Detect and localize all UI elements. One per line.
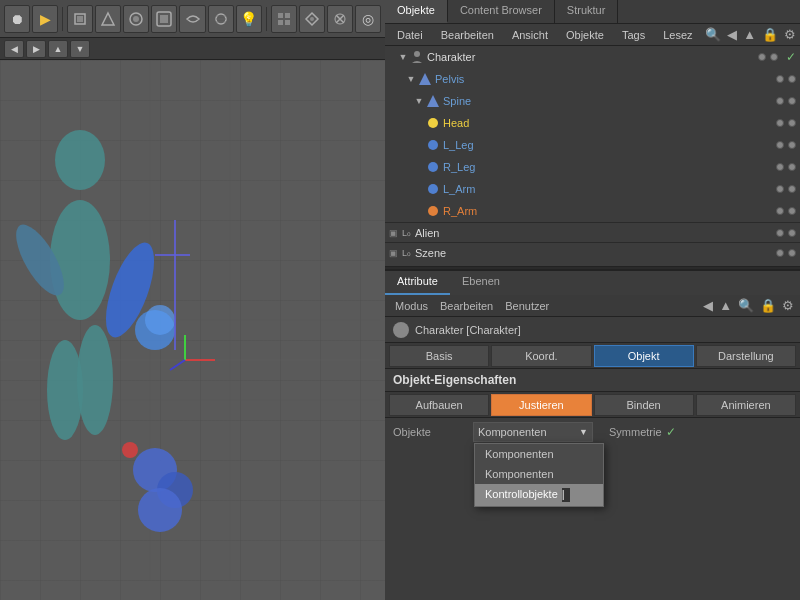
btn-aufbauen[interactable]: Aufbauen	[389, 394, 489, 416]
menu-datei[interactable]: Datei	[389, 27, 431, 43]
attr-benutzer[interactable]: Benutzer	[501, 299, 553, 313]
tab-struktur[interactable]: Struktur	[555, 0, 619, 23]
toolbar-record[interactable]: ⏺	[4, 5, 30, 33]
toolbar-btn-10[interactable]	[327, 5, 353, 33]
expand-pelvis[interactable]: ▼	[405, 73, 417, 85]
tree-dot2-spine	[788, 97, 796, 105]
charakter-icon	[409, 49, 425, 65]
expand-charakter[interactable]: ▼	[397, 51, 409, 63]
svg-point-27	[77, 325, 113, 435]
tree-dot2-charakter	[770, 53, 778, 61]
objekte-label: Objekte	[393, 426, 473, 438]
search-icon[interactable]: 🔍	[705, 27, 721, 42]
tree-item-r-arm[interactable]: R_Arm	[385, 200, 800, 222]
tab-ebenen[interactable]: Ebenen	[450, 271, 512, 295]
attr-arrow-left-icon[interactable]: ◀	[703, 298, 713, 313]
toolbar-btn-11[interactable]: ◎	[355, 5, 381, 33]
nav-right[interactable]: ▶	[26, 40, 46, 58]
pelvis-icon	[417, 71, 433, 87]
toolbar-btn-4[interactable]	[151, 5, 177, 33]
toolbar-btn-3[interactable]	[123, 5, 149, 33]
attr-lock-icon[interactable]: 🔒	[760, 298, 776, 313]
svg-point-37	[414, 51, 420, 57]
lock-icon[interactable]: 🔒	[762, 27, 778, 42]
dropdown-item-komponenten-1[interactable]: Komponenten	[475, 444, 603, 464]
toolbar-btn-7[interactable]: 💡	[236, 5, 262, 33]
attr-settings-icon[interactable]: ⚙	[782, 298, 794, 313]
object-menu-bar: Datei Bearbeiten Ansicht Objekte Tags Le…	[385, 24, 800, 46]
toolbar-btn-1[interactable]	[67, 5, 93, 33]
arrow-up-icon[interactable]: ▲	[743, 27, 756, 42]
menu-objekte[interactable]: Objekte	[558, 27, 612, 43]
menu-lesez[interactable]: Lesez	[655, 27, 700, 43]
viewport[interactable]	[0, 60, 385, 600]
head-icon	[425, 115, 441, 131]
toolbar-play[interactable]: ▶	[32, 5, 58, 33]
btn-objekt[interactable]: Objekt	[594, 345, 694, 367]
attr-arrow-up-icon[interactable]: ▲	[719, 298, 732, 313]
toolbar-btn-5[interactable]	[179, 5, 205, 33]
btn-animieren[interactable]: Animieren	[696, 394, 796, 416]
svg-marker-39	[427, 95, 439, 107]
settings-icon[interactable]: ⚙	[784, 27, 796, 42]
dropdown-menu[interactable]: Komponenten Komponenten Kontrollobjekte|	[474, 443, 604, 507]
dropdown-item-kontrollobjekte[interactable]: Kontrollobjekte|	[475, 484, 603, 506]
dropdown-item-komponenten-2[interactable]: Komponenten	[475, 464, 603, 484]
panel-tabs: Objekte Content Browser Struktur	[385, 0, 800, 24]
arrow-left-icon[interactable]: ◀	[727, 27, 737, 42]
tree-item-head[interactable]: Head	[385, 112, 800, 134]
tree-item-r-leg[interactable]: R_Leg	[385, 156, 800, 178]
menu-bearbeiten[interactable]: Bearbeiten	[433, 27, 502, 43]
svg-marker-38	[419, 73, 431, 85]
toolbar-btn-8[interactable]	[271, 5, 297, 33]
tab-objekte[interactable]: Objekte	[385, 0, 448, 23]
attr-modus[interactable]: Modus	[391, 299, 432, 313]
tree-dot-spine	[776, 97, 784, 105]
attr-search-icon[interactable]: 🔍	[738, 298, 754, 313]
tab-content-browser[interactable]: Content Browser	[448, 0, 555, 23]
tree-dot-r-leg	[776, 163, 784, 171]
menu-tags[interactable]: Tags	[614, 27, 653, 43]
tree-item-l-leg[interactable]: L_Leg	[385, 134, 800, 156]
toolbar-btn-2[interactable]	[95, 5, 121, 33]
tree-dot2-alien	[788, 229, 796, 237]
tree-dot-r-arm	[776, 207, 784, 215]
attr-mode-buttons: Basis Koord. Objekt Darstellung	[385, 343, 800, 369]
r-leg-icon	[425, 159, 441, 175]
svg-point-33	[138, 488, 182, 532]
tree-dot2-r-leg	[788, 163, 796, 171]
tree-dot-szene	[776, 249, 784, 257]
tree-right-r-leg	[776, 163, 796, 171]
nav-left[interactable]: ◀	[4, 40, 24, 58]
tree-item-spine[interactable]: ▼ Spine	[385, 90, 800, 112]
menu-ansicht[interactable]: Ansicht	[504, 27, 556, 43]
btn-binden[interactable]: Binden	[594, 394, 694, 416]
tree-dot2-l-arm	[788, 185, 796, 193]
tree-item-charakter[interactable]: ▼ Charakter ✓	[385, 46, 800, 68]
btn-koord[interactable]: Koord.	[491, 345, 591, 367]
btn-justieren[interactable]: Justieren	[491, 394, 591, 416]
objekte-dropdown[interactable]: Komponenten ▼ Komponenten Komponenten Ko…	[473, 422, 593, 442]
tree-item-alien[interactable]: ▣ L₀ Alien	[385, 222, 800, 242]
btn-basis[interactable]: Basis	[389, 345, 489, 367]
r-arm-icon	[425, 203, 441, 219]
tree-item-l-arm[interactable]: L_Arm	[385, 178, 800, 200]
dropdown-arrow-icon: ▼	[579, 427, 588, 437]
tab-attribute[interactable]: Attribute	[385, 271, 450, 295]
toolbar-btn-9[interactable]	[299, 5, 325, 33]
nav-down[interactable]: ▼	[70, 40, 90, 58]
tree-dot-pelvis	[776, 75, 784, 83]
kontrollobjekte-label: Kontrollobjekte	[485, 488, 558, 500]
attr-bearbeiten[interactable]: Bearbeiten	[436, 299, 497, 313]
spine-icon	[425, 93, 441, 109]
tree-item-pelvis[interactable]: ▼ Pelvis	[385, 68, 800, 90]
svg-rect-9	[285, 13, 290, 18]
btn-darstellung[interactable]: Darstellung	[696, 345, 796, 367]
tree-item-szene[interactable]: ▣ L₀ Szene	[385, 242, 800, 262]
expand-spine[interactable]: ▼	[413, 95, 425, 107]
tree-right-charakter: ✓	[758, 50, 796, 64]
nav-up[interactable]: ▲	[48, 40, 68, 58]
toolbar-btn-6[interactable]	[208, 5, 234, 33]
tree-dot-head	[776, 119, 784, 127]
attribute-panel: Attribute Ebenen Modus Bearbeiten Benutz…	[385, 270, 800, 600]
